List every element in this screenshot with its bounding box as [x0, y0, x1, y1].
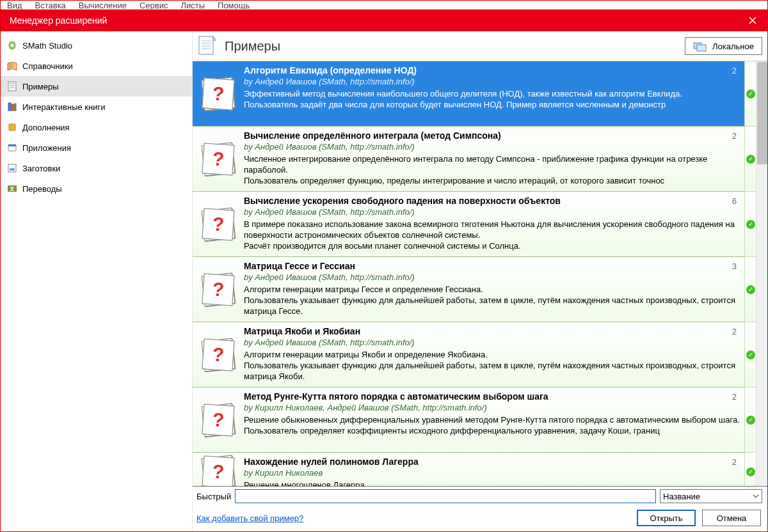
document-icon: [7, 81, 17, 91]
add-example-link[interactable]: Как добавить свой пример?: [196, 513, 630, 523]
page-title: Примеры: [225, 39, 678, 54]
sidebar-item-books[interactable]: Интерактивные книги: [1, 97, 192, 117]
status-ok-icon: ✓: [745, 61, 756, 127]
item-description: Алгоритм генерации матрицы Гессе и опред…: [244, 285, 740, 317]
item-description: Решение обыкновенных дифференциальных ур…: [244, 415, 740, 437]
item-icon: ?: [193, 387, 244, 452]
item-icon: ?: [193, 127, 244, 191]
location-button-label: Локальное: [712, 42, 754, 51]
svg-text:文: 文: [9, 186, 15, 192]
item-title: Матрица Гессе и Гессиан: [244, 261, 728, 271]
item-icon: ?: [193, 257, 244, 322]
list-item[interactable]: ?Матрица Якоби и Якобиан2by Андрей Ивашо…: [193, 322, 744, 387]
item-description: Алгоритм генерации матрицы Якоби и опред…: [244, 350, 740, 382]
sidebar-item-smath[interactable]: SMath Studio: [1, 35, 192, 56]
examples-list: ?Алгоритм Евклида (определение НОД)2by А…: [193, 61, 744, 486]
menu-view[interactable]: Вид: [7, 1, 22, 10]
close-button[interactable]: [738, 10, 767, 31]
item-description: Решение многочленов Лагерра: [244, 480, 740, 486]
item-description: Численное интегрирование определённого и…: [244, 154, 740, 187]
list-item[interactable]: ?Матрица Гессе и Гессиан3by Андрей Ивашо…: [193, 257, 744, 322]
search-field-combo[interactable]: Название: [660, 489, 762, 503]
status-ok-icon: ✓: [745, 387, 756, 453]
svg-rect-14: [199, 36, 213, 54]
svg-rect-9: [8, 145, 16, 146]
item-author: by Кирилл Николаев, Андрей Ивашов (SMath…: [244, 403, 740, 412]
list-item[interactable]: ?Алгоритм Евклида (определение НОД)2by А…: [193, 61, 744, 127]
titlebar: Менеджер расширений: [1, 10, 767, 31]
content-header: Примеры Локальное: [193, 31, 767, 61]
svg-rect-7: [15, 104, 16, 111]
status-ok-icon: ✓: [745, 127, 756, 192]
combo-value: Название: [663, 492, 700, 501]
item-description: В примере показано использование закона …: [244, 219, 740, 252]
puzzle-icon: [7, 122, 17, 132]
sidebar-item-label: Справочники: [22, 61, 73, 71]
template-icon: [7, 163, 17, 173]
sidebar-item-translations[interactable]: 文 Переводы: [1, 178, 192, 199]
sidebar-item-examples[interactable]: Примеры: [1, 76, 192, 97]
scroll-thumb[interactable]: [757, 62, 767, 164]
item-count: 2: [728, 66, 740, 75]
list-item[interactable]: ?Вычисление определённого интеграла (мет…: [193, 127, 744, 192]
sidebar-item-handbooks[interactable]: Справочники: [1, 56, 192, 76]
menubar: Вид Вставка Вычисление Сервис Листы Помо…: [1, 1, 767, 10]
gear-icon: [7, 40, 17, 51]
item-title: Нахождение нулей полиномов Лагерра: [244, 457, 728, 467]
footer: Как добавить свой пример? Открыть Отмена: [193, 506, 767, 531]
svg-rect-20: [697, 45, 706, 51]
document-icon: [196, 35, 218, 57]
item-count: 3: [728, 262, 740, 271]
status-column: ✓✓✓✓✓✓✓: [744, 61, 756, 486]
scrollbar[interactable]: [756, 61, 767, 486]
item-count: 2: [728, 392, 740, 402]
status-ok-icon: ✓: [745, 453, 756, 491]
status-ok-icon: ✓: [745, 257, 756, 322]
item-title: Матрица Якоби и Якобиан: [244, 326, 728, 336]
menu-service[interactable]: Сервис: [140, 1, 168, 10]
cancel-button[interactable]: Отмена: [702, 510, 761, 526]
status-ok-icon: ✓: [745, 192, 756, 257]
menu-calc[interactable]: Вычисление: [79, 1, 127, 10]
item-count: 2: [728, 457, 740, 467]
item-icon: ?: [193, 192, 244, 256]
window-title: Менеджер расширений: [10, 15, 107, 26]
sidebar-item-label: Интерактивные книги: [22, 102, 105, 112]
sidebar-item-templates[interactable]: Заготовки: [1, 158, 192, 178]
item-title: Алгоритм Евклида (определение НОД): [244, 65, 728, 75]
item-author: by Андрей Ивашов (SMath, http://smath.in…: [244, 272, 740, 282]
item-count: 2: [728, 131, 740, 141]
chevron-down-icon: [753, 494, 759, 498]
translate-icon: 文: [7, 184, 17, 194]
sidebar-item-label: Заготовки: [22, 164, 60, 173]
open-button[interactable]: Открыть: [637, 510, 696, 526]
item-count: 2: [728, 327, 740, 336]
menu-sheets[interactable]: Листы: [180, 1, 205, 10]
sidebar-item-label: Переводы: [22, 184, 62, 194]
item-author: by Андрей Ивашов (SMath, http://smath.in…: [244, 338, 740, 347]
item-title: Вычисление определённого интеграла (мето…: [244, 130, 728, 141]
list-item[interactable]: ?Нахождение нулей полиномов Лагерра2by К…: [193, 453, 744, 486]
sidebar-item-label: Дополнения: [22, 123, 70, 132]
menu-help[interactable]: Помощь: [218, 1, 250, 10]
svg-rect-6: [12, 104, 14, 111]
item-description: Эффективный метод вычисления наибольшего…: [244, 89, 740, 111]
item-author: by Андрей Ивашов (SMath, http://smath.in…: [244, 77, 740, 86]
folders-icon: [693, 40, 707, 52]
sidebar-item-apps[interactable]: Приложения: [1, 137, 192, 158]
status-ok-icon: ✓: [745, 322, 756, 387]
menu-insert[interactable]: Вставка: [35, 1, 66, 10]
svg-rect-1: [8, 82, 16, 91]
list-item[interactable]: ?Метод Рунге-Кутта пятого порядка с авто…: [193, 387, 744, 453]
sidebar-item-label: Примеры: [22, 82, 59, 91]
quick-search-label: Быстрый: [196, 492, 231, 501]
search-input[interactable]: [235, 489, 656, 503]
item-icon: ?: [193, 61, 244, 126]
sidebar-item-label: Приложения: [22, 143, 71, 153]
location-button[interactable]: Локальное: [685, 37, 762, 55]
list-item[interactable]: ?Вычисление ускорения свободного падения…: [193, 192, 744, 257]
item-author: by Кирилл Николаев: [244, 468, 740, 478]
svg-point-0: [11, 44, 14, 47]
book-icon: [7, 61, 17, 71]
sidebar-item-extensions[interactable]: Дополнения: [1, 117, 192, 137]
